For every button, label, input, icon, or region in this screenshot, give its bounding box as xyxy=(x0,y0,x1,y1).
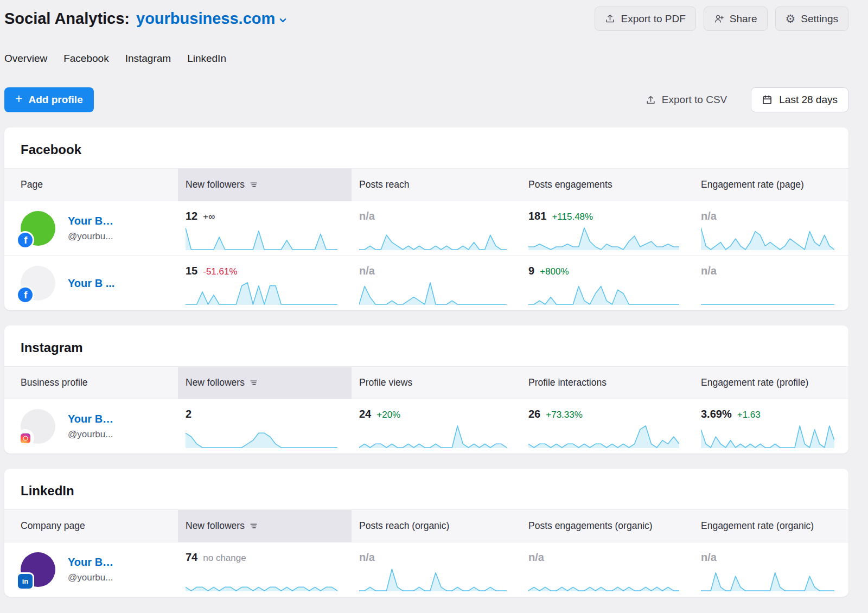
profile-cell: Your B… @yourbu... xyxy=(4,201,178,256)
date-range-label: Last 28 days xyxy=(779,94,838,106)
metric-delta: +115.48% xyxy=(552,212,593,222)
tab-overview[interactable]: Overview xyxy=(4,53,47,65)
avatar xyxy=(21,211,55,246)
linkedin-badge-icon xyxy=(18,574,33,589)
toolbar: + Add profile Export to CSV Last 28 days xyxy=(4,87,848,112)
toolbar-right: Export to CSV Last 28 days xyxy=(646,87,848,112)
share-button[interactable]: Share xyxy=(704,7,768,31)
facebook-section: Facebook Page New followers Posts reach … xyxy=(4,127,848,310)
sparkline-chart xyxy=(359,567,507,592)
profile-cell: Your B… @yourbu... xyxy=(4,399,178,454)
instagram-badge-icon xyxy=(18,431,33,445)
avatar xyxy=(21,409,55,444)
profile-info: Your B… @yourbu... xyxy=(68,413,113,440)
column-header-profile-views: Profile views xyxy=(352,367,521,399)
metric-cell-posts-reach: n/a xyxy=(352,542,521,597)
metric-cell-engagement-rate: 3.69%+1.63 xyxy=(693,399,848,454)
page-title: Social Analytics: yourbusiness.com xyxy=(4,10,287,28)
metric-cell-new-followers: 12+∞ xyxy=(178,201,352,256)
add-profile-label: Add profile xyxy=(28,94,82,106)
column-header-posts-engagements: Posts engagements xyxy=(521,169,693,201)
facebook-badge-icon xyxy=(18,288,33,302)
metric-value: 9 xyxy=(528,265,534,277)
profile-cell: Your B ... xyxy=(4,256,178,310)
metric-value: n/a xyxy=(701,551,717,564)
profile-name-link[interactable]: Your B ... xyxy=(68,277,114,290)
chevron-down-icon xyxy=(279,16,287,24)
column-header-new-followers[interactable]: New followers xyxy=(178,169,352,201)
add-profile-button[interactable]: + Add profile xyxy=(4,87,94,112)
sparkline-chart xyxy=(186,226,337,251)
settings-button[interactable]: ⚙ Settings xyxy=(775,7,848,31)
metric-delta: +∞ xyxy=(203,212,215,222)
domain-selector[interactable]: yourbusiness.com xyxy=(136,10,287,28)
column-header-business-profile: Business profile xyxy=(4,367,178,399)
metric-value: n/a xyxy=(359,210,375,222)
section-title: Facebook xyxy=(4,127,848,168)
column-header-page: Page xyxy=(4,169,178,201)
profile-info: Your B… @yourbu... xyxy=(68,215,113,242)
date-range-button[interactable]: Last 28 days xyxy=(751,87,848,112)
column-header-engagement-rate: Engagement rate (page) xyxy=(693,169,848,201)
instagram-section: Instagram Business profile New followers… xyxy=(4,325,848,454)
column-header-posts-engagements-organic: Posts engagements (organic) xyxy=(521,510,693,542)
profile-cell: Your B… @yourbu... xyxy=(4,542,178,597)
table-header: Company page New followers Posts reach (… xyxy=(4,509,848,542)
metric-cell-new-followers: 15-51.61% xyxy=(178,256,352,310)
sparkline-chart xyxy=(701,226,834,251)
page-title-text: Social Analytics: xyxy=(4,10,130,28)
metric-delta: no change xyxy=(203,553,246,564)
sort-icon xyxy=(250,522,258,530)
export-icon xyxy=(646,95,656,105)
domain-name: yourbusiness.com xyxy=(136,10,275,28)
tab-facebook[interactable]: Facebook xyxy=(63,53,108,65)
sparkline-chart xyxy=(186,280,337,305)
metric-delta: +20% xyxy=(376,410,400,420)
facebook-badge-icon xyxy=(18,233,33,247)
column-header-engagement-rate: Engagement rate (profile) xyxy=(693,367,848,399)
share-label: Share xyxy=(730,13,757,25)
metric-value: n/a xyxy=(359,265,375,277)
column-header-label: New followers xyxy=(186,179,245,190)
metric-cell-posts-engagements: 9+800% xyxy=(521,256,693,310)
column-header-posts-reach-organic: Posts reach (organic) xyxy=(352,510,521,542)
export-pdf-button[interactable]: Export to PDF xyxy=(595,7,695,31)
section-title: LinkedIn xyxy=(4,469,848,509)
plus-icon: + xyxy=(15,92,22,106)
column-header-engagement-rate-organic: Engagement rate (organic) xyxy=(693,510,848,542)
tab-linkedin[interactable]: LinkedIn xyxy=(187,53,226,65)
metric-value: n/a xyxy=(701,265,717,277)
metric-cell-posts-reach: n/a xyxy=(352,201,521,256)
profile-info: Your B… @yourbu... xyxy=(68,556,113,583)
metric-value: 74 xyxy=(186,551,197,564)
sparkline-chart xyxy=(359,424,507,449)
metric-value: 181 xyxy=(528,210,546,222)
column-header-new-followers[interactable]: New followers xyxy=(178,510,352,542)
column-header-new-followers[interactable]: New followers xyxy=(178,367,352,399)
column-header-label: New followers xyxy=(186,520,245,532)
metric-value: n/a xyxy=(528,551,544,564)
table-row: Your B… @yourbu... 12+∞ n/a 181+115.48% … xyxy=(4,201,848,256)
profile-name-link[interactable]: Your B… xyxy=(68,215,113,227)
top-bar: Social Analytics: yourbusiness.com Expor… xyxy=(4,0,848,31)
export-csv-button[interactable]: Export to CSV xyxy=(646,94,727,106)
sparkline-chart xyxy=(186,567,337,592)
metric-delta: +73.33% xyxy=(546,410,583,420)
export-csv-label: Export to CSV xyxy=(662,94,727,106)
metric-cell-posts-engagements: 181+115.48% xyxy=(521,201,693,256)
profile-name-link[interactable]: Your B… xyxy=(68,413,113,425)
metric-value: 2 xyxy=(186,408,192,420)
metric-value: 12 xyxy=(186,210,197,222)
export-icon xyxy=(605,14,615,24)
table-row: Your B ... 15-51.61% n/a 9+800% n/a xyxy=(4,256,848,310)
profile-name-link[interactable]: Your B… xyxy=(68,556,113,569)
metric-cell-engagement-rate: n/a xyxy=(693,542,848,597)
metric-value: 3.69% xyxy=(701,408,732,420)
metric-value: 15 xyxy=(186,265,197,277)
tab-instagram[interactable]: Instagram xyxy=(125,53,171,65)
linkedin-section: LinkedIn Company page New followers Post… xyxy=(4,469,848,597)
column-header-company-page: Company page xyxy=(4,510,178,542)
metric-cell-posts-reach: n/a xyxy=(352,256,521,310)
metric-cell-profile-views: 24+20% xyxy=(352,399,521,454)
profile-info: Your B ... xyxy=(68,277,114,290)
